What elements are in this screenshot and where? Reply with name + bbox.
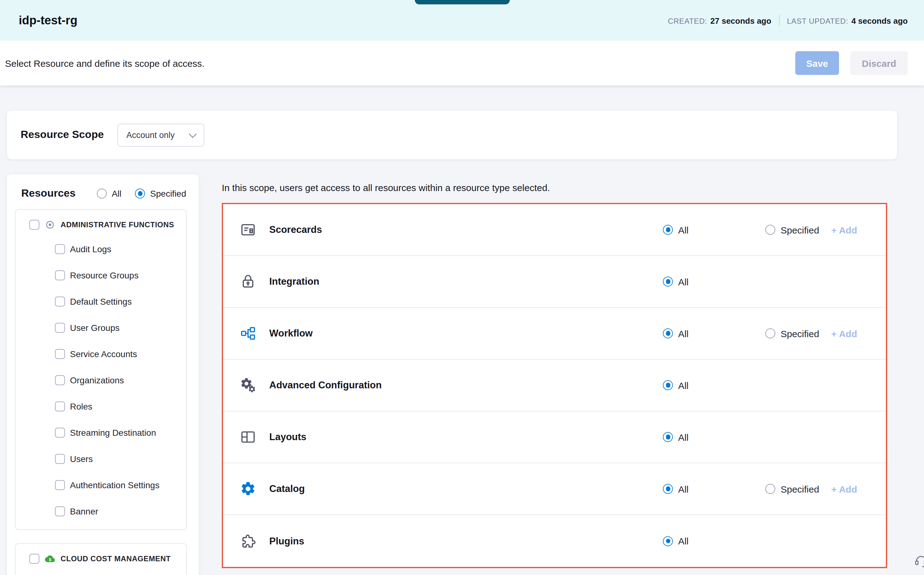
resource-type-label: Layouts <box>269 431 306 443</box>
resource-item[interactable]: Service Accounts <box>55 341 186 367</box>
item-checkbox[interactable] <box>55 323 65 333</box>
resources-all-label: All <box>112 189 121 199</box>
updated-label: LAST UPDATED: <box>787 17 848 25</box>
resource-item[interactable]: Streaming Destination <box>55 419 186 446</box>
item-checkbox[interactable] <box>55 454 65 464</box>
resource-type-label: Scorecards <box>269 224 322 235</box>
resource-item[interactable]: Recommendations <box>55 570 186 575</box>
toolbar: Select Resource and define its scope of … <box>0 41 924 86</box>
resource-type-label: Workflow <box>269 328 313 339</box>
specified-radio[interactable]: Specified <box>766 328 831 339</box>
discard-button[interactable]: Discard <box>850 51 908 75</box>
resource-item[interactable]: Users <box>55 446 186 472</box>
header-meta: CREATED:27 seconds ago LAST UPDATED:4 se… <box>668 15 908 26</box>
row-controls: All Specified + Add <box>663 536 886 546</box>
item-checkbox[interactable] <box>55 270 65 280</box>
all-label: All <box>678 483 688 494</box>
resource-item-label: User Groups <box>70 323 119 333</box>
resource-item-label: Resource Groups <box>70 270 139 280</box>
specified-label: Specified <box>781 224 819 235</box>
all-radio[interactable]: All <box>663 483 766 494</box>
item-checkbox[interactable] <box>55 480 65 490</box>
headset-icon[interactable] <box>914 553 924 567</box>
resource-item-label: Default Settings <box>70 297 132 307</box>
all-radio[interactable]: All <box>663 536 766 546</box>
resource-type-box: Scorecards All Specified + Add Integrati… <box>222 203 887 568</box>
resource-item[interactable]: Banner <box>55 498 186 524</box>
resources-specified-label: Specified <box>150 189 186 199</box>
all-radio[interactable]: All <box>663 380 766 391</box>
layouts-icon <box>240 429 256 445</box>
resource-group-items: Audit Logs Resource Groups Default Setti… <box>16 236 186 524</box>
item-checkbox[interactable] <box>55 375 65 385</box>
resource-type-row: Integration All Specified + Add <box>223 256 886 308</box>
all-radio[interactable]: All <box>663 224 766 235</box>
resource-group-items: Recommendations <box>16 570 186 575</box>
item-checkbox[interactable] <box>55 349 65 359</box>
group-checkbox[interactable] <box>29 554 39 564</box>
resource-item[interactable]: Audit Logs <box>55 236 186 262</box>
add-link[interactable]: + Add <box>831 483 857 494</box>
resource-item[interactable]: Organizations <box>55 367 186 393</box>
resource-group: ADMINISTRATIVE FUNCTIONS Audit Logs Reso… <box>15 209 187 530</box>
item-checkbox[interactable] <box>55 428 65 438</box>
admin-functions-icon <box>45 220 55 230</box>
resource-item[interactable]: User Groups <box>55 315 186 341</box>
meta-divider <box>779 15 779 26</box>
advanced-configuration-icon <box>240 377 256 393</box>
resources-specified-radio[interactable]: Specified <box>135 189 186 199</box>
resource-type-row: Advanced Configuration All Specified + A… <box>223 360 886 411</box>
resource-item-label: Users <box>70 454 93 464</box>
integration-icon <box>240 273 256 290</box>
catalog-icon <box>240 481 256 497</box>
resource-item[interactable]: Default Settings <box>55 288 186 315</box>
created-label: CREATED: <box>668 17 707 25</box>
svg-text:$: $ <box>49 558 51 562</box>
top-notch <box>414 0 510 4</box>
all-label: All <box>678 380 688 391</box>
resource-item-label: Streaming Destination <box>70 428 156 438</box>
resource-item-label: Service Accounts <box>70 349 137 359</box>
resource-item-label: Audit Logs <box>70 244 111 254</box>
resource-type-row: Layouts All Specified + Add <box>223 411 886 463</box>
group-checkbox[interactable] <box>29 220 39 230</box>
resource-type-label: Catalog <box>269 483 305 494</box>
toolbar-actions: Save Discard <box>795 51 908 75</box>
scorecards-icon <box>240 222 256 238</box>
resource-group-header[interactable]: $ CLOUD COST MANAGEMENT <box>16 546 186 570</box>
all-radio[interactable]: All <box>663 328 766 339</box>
row-controls: All Specified + Add <box>663 380 886 391</box>
resource-scope-label: Resource Scope <box>21 129 104 141</box>
resource-group-header[interactable]: ADMINISTRATIVE FUNCTIONS <box>16 212 186 236</box>
resource-group: $ CLOUD COST MANAGEMENT Recommendations <box>15 543 187 575</box>
item-checkbox[interactable] <box>55 297 65 307</box>
resource-scope-card: Resource Scope Account only <box>6 110 898 160</box>
specified-radio[interactable]: Specified <box>766 224 831 235</box>
row-controls: All Specified + Add <box>663 276 886 287</box>
scope-panel: In this scope, users get access to all r… <box>222 173 898 568</box>
resource-item[interactable]: Authentication Settings <box>55 472 186 498</box>
add-link[interactable]: + Add <box>831 224 857 235</box>
save-button[interactable]: Save <box>795 51 839 75</box>
all-radio[interactable]: All <box>663 432 766 442</box>
toolbar-description: Select Resource and define its scope of … <box>5 58 205 68</box>
item-checkbox[interactable] <box>55 506 65 516</box>
resource-group-label: ADMINISTRATIVE FUNCTIONS <box>61 221 174 229</box>
all-radio[interactable]: All <box>663 276 766 287</box>
all-label: All <box>678 276 688 287</box>
resource-scope-dropdown[interactable]: Account only <box>118 123 204 146</box>
add-link[interactable]: + Add <box>831 328 857 339</box>
item-checkbox[interactable] <box>55 402 65 411</box>
content: Resource Scope Account only Resources Al… <box>0 110 924 575</box>
resource-item[interactable]: Resource Groups <box>55 262 186 288</box>
specified-radio[interactable]: Specified <box>766 483 831 494</box>
all-label: All <box>678 432 688 442</box>
page-title: idp-test-rg <box>19 13 78 27</box>
updated-value: 4 seconds ago <box>851 16 908 25</box>
all-label: All <box>678 224 688 235</box>
row-controls: All Specified + Add <box>663 483 886 494</box>
resource-item[interactable]: Roles <box>55 393 186 419</box>
item-checkbox[interactable] <box>55 244 65 254</box>
resources-all-radio[interactable]: All <box>97 189 121 199</box>
all-label: All <box>678 328 688 339</box>
